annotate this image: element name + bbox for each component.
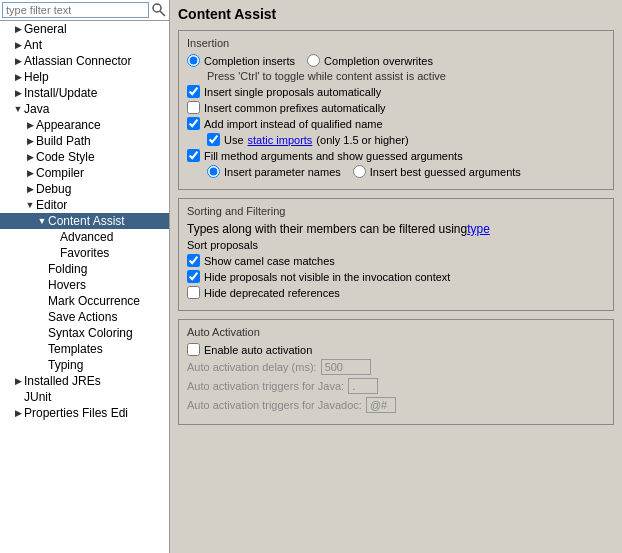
use-static-label[interactable]: Use static imports (only 1.5 or higher) [207, 133, 409, 146]
triggers-javadoc-input [366, 397, 396, 413]
sidebar-item-editor[interactable]: ▼ Editor [0, 197, 169, 213]
main-container: ▶ General ▶ Ant ▶ Atlassian Connector ▶ … [0, 0, 622, 553]
sort-proposals-label: Sort proposals [187, 239, 605, 251]
hide-proposals-label[interactable]: Hide proposals not visible in the invoca… [187, 270, 450, 283]
sidebar-item-mark-occurrence[interactable]: Mark Occurrence [0, 293, 169, 309]
sidebar-item-folding[interactable]: Folding [0, 261, 169, 277]
sidebar-item-properties-files[interactable]: ▶ Properties Files Edi [0, 405, 169, 421]
completion-inserts-radio[interactable] [187, 54, 200, 67]
triggers-javadoc-label: Auto activation triggers for Javadoc: [187, 399, 362, 411]
sidebar-item-label: Help [24, 70, 169, 84]
sidebar-item-label: Atlassian Connector [24, 54, 169, 68]
sidebar-item-label: Properties Files Edi [24, 406, 169, 420]
hide-deprecated-checkbox[interactable] [187, 286, 200, 299]
use-static-row: Use static imports (only 1.5 or higher) [187, 133, 605, 146]
sorting-section: Sorting and Filtering Types along with t… [178, 198, 614, 311]
sidebar-item-build-path[interactable]: ▶ Build Path [0, 133, 169, 149]
sidebar-item-atlassian[interactable]: ▶ Atlassian Connector [0, 53, 169, 69]
filter-icon[interactable] [151, 2, 167, 18]
sidebar-item-help[interactable]: ▶ Help [0, 69, 169, 85]
sidebar-item-appearance[interactable]: ▶ Appearance [0, 117, 169, 133]
hide-deprecated-label[interactable]: Hide deprecated references [187, 286, 340, 299]
triggers-javadoc-row: Auto activation triggers for Javadoc: [187, 397, 605, 413]
enable-auto-row: Enable auto activation [187, 343, 605, 356]
sidebar-item-ant[interactable]: ▶ Ant [0, 37, 169, 53]
insert-single-label[interactable]: Insert single proposals automatically [187, 85, 381, 98]
arrow-icon: ▶ [12, 88, 24, 98]
hide-proposals-row: Hide proposals not visible in the invoca… [187, 270, 605, 283]
type-link[interactable]: type [467, 222, 490, 236]
hide-proposals-checkbox[interactable] [187, 270, 200, 283]
sidebar-item-hovers[interactable]: Hovers [0, 277, 169, 293]
sidebar-item-save-actions[interactable]: Save Actions [0, 309, 169, 325]
sidebar-item-junit[interactable]: JUnit [0, 389, 169, 405]
insert-param-label[interactable]: Insert parameter names [207, 165, 341, 178]
completion-inserts-label[interactable]: Completion inserts [187, 54, 295, 67]
show-camel-checkbox[interactable] [187, 254, 200, 267]
svg-line-1 [160, 11, 165, 16]
sidebar-item-label: Syntax Coloring [48, 326, 169, 340]
sidebar-item-install-update[interactable]: ▶ Install/Update [0, 85, 169, 101]
sorting-legend: Sorting and Filtering [187, 205, 605, 217]
show-camel-label[interactable]: Show camel case matches [187, 254, 335, 267]
insert-single-checkbox[interactable] [187, 85, 200, 98]
enable-auto-checkbox[interactable] [187, 343, 200, 356]
sidebar-item-label: Code Style [36, 150, 169, 164]
sidebar-item-installed-jres[interactable]: ▶ Installed JREs [0, 373, 169, 389]
completion-overwrites-radio[interactable] [307, 54, 320, 67]
sidebar-item-label: Mark Occurrence [48, 294, 169, 308]
arrow-icon: ▶ [12, 408, 24, 418]
content-area: Content Assist Insertion Completion inse… [170, 0, 622, 553]
sidebar-item-label: Compiler [36, 166, 169, 180]
sidebar-item-advanced[interactable]: Advanced [0, 229, 169, 245]
triggers-java-label: Auto activation triggers for Java: [187, 380, 344, 392]
filter-input[interactable] [2, 2, 149, 18]
use-static-checkbox[interactable] [207, 133, 220, 146]
insert-common-label[interactable]: Insert common prefixes automatically [187, 101, 386, 114]
insert-best-radio[interactable] [353, 165, 366, 178]
sidebar-item-label: Java [24, 102, 169, 116]
sidebar-item-label: Templates [48, 342, 169, 356]
static-imports-link[interactable]: static imports [248, 134, 313, 146]
insert-best-label[interactable]: Insert best guessed arguments [353, 165, 521, 178]
svg-rect-0 [153, 4, 161, 12]
add-import-row: Add import instead of qualified name [187, 117, 605, 130]
triggers-java-row: Auto activation triggers for Java: [187, 378, 605, 394]
sidebar-item-content-assist[interactable]: ▼ Content Assist [0, 213, 169, 229]
insertion-legend: Insertion [187, 37, 605, 49]
sidebar-item-compiler[interactable]: ▶ Compiler [0, 165, 169, 181]
types-hint-row: Types along with their members can be fi… [187, 222, 605, 236]
delay-label: Auto activation delay (ms): [187, 361, 317, 373]
sidebar-item-code-style[interactable]: ▶ Code Style [0, 149, 169, 165]
add-import-checkbox[interactable] [187, 117, 200, 130]
param-names-row: Insert parameter names Insert best guess… [187, 165, 605, 178]
arrow-icon: ▶ [24, 168, 36, 178]
insert-param-radio[interactable] [207, 165, 220, 178]
sidebar-item-syntax-coloring[interactable]: Syntax Coloring [0, 325, 169, 341]
sidebar-item-favorites[interactable]: Favorites [0, 245, 169, 261]
fill-method-checkbox[interactable] [187, 149, 200, 162]
fill-method-label[interactable]: Fill method arguments and show guessed a… [187, 149, 463, 162]
sidebar-item-label: Advanced [60, 230, 169, 244]
sidebar-item-general[interactable]: ▶ General [0, 21, 169, 37]
sidebar-item-templates[interactable]: Templates [0, 341, 169, 357]
insertion-section: Insertion Completion inserts Completion … [178, 30, 614, 190]
arrow-icon: ▶ [12, 56, 24, 66]
arrow-icon: ▼ [12, 104, 24, 114]
arrow-icon: ▼ [36, 216, 48, 226]
completion-overwrites-label[interactable]: Completion overwrites [307, 54, 433, 67]
sidebar-item-java[interactable]: ▼ Java [0, 101, 169, 117]
sidebar-item-debug[interactable]: ▶ Debug [0, 181, 169, 197]
sidebar-item-label: Folding [48, 262, 169, 276]
add-import-label[interactable]: Add import instead of qualified name [187, 117, 383, 130]
sidebar-item-label: Hovers [48, 278, 169, 292]
arrow-icon: ▶ [12, 376, 24, 386]
enable-auto-label[interactable]: Enable auto activation [187, 343, 312, 356]
sidebar-item-label: Save Actions [48, 310, 169, 324]
sidebar-item-label: Appearance [36, 118, 169, 132]
tree-area: ▶ General ▶ Ant ▶ Atlassian Connector ▶ … [0, 21, 169, 553]
insert-common-checkbox[interactable] [187, 101, 200, 114]
sidebar-item-typing[interactable]: Typing [0, 357, 169, 373]
sidebar-item-label: General [24, 22, 169, 36]
arrow-icon: ▶ [24, 152, 36, 162]
